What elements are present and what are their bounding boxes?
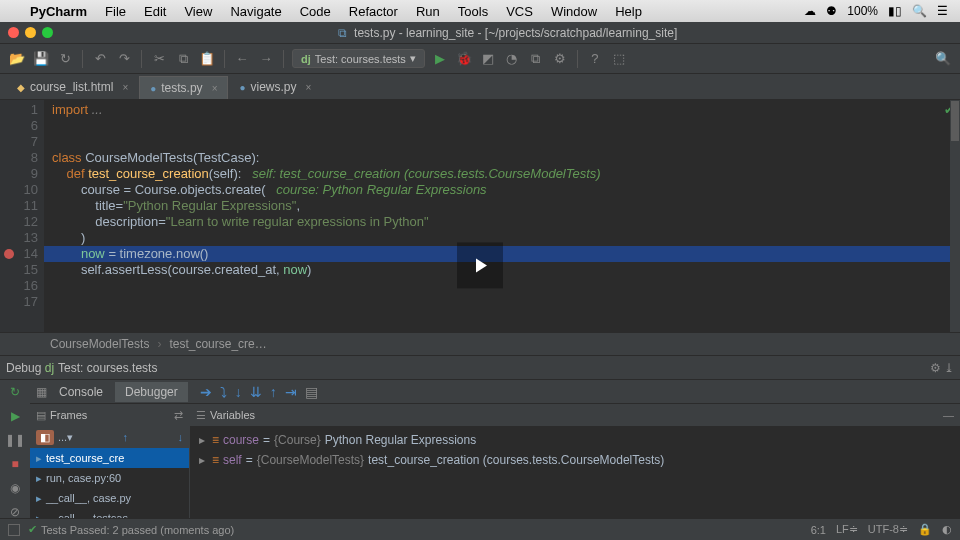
menu-vcs[interactable]: VCS xyxy=(506,4,533,19)
control-center-icon[interactable]: ☰ xyxy=(937,4,948,18)
menu-navigate[interactable]: Navigate xyxy=(230,4,281,19)
field-icon: ≡ xyxy=(212,453,219,467)
menu-tools[interactable]: Tools xyxy=(458,4,488,19)
frames-panel: ▤ Frames ⇄ ◧ ... ▾ ↑ ↓ ▸test_course_cre … xyxy=(30,404,190,536)
frame-item[interactable]: ▸__call__, case.py xyxy=(30,488,189,508)
paste-icon[interactable]: 📋 xyxy=(198,50,216,68)
search-everywhere-icon[interactable]: 🔍 xyxy=(934,50,952,68)
cut-icon[interactable]: ✂ xyxy=(150,50,168,68)
dj-icon: dj xyxy=(301,53,311,65)
editor-scrollbar[interactable] xyxy=(950,100,960,332)
run-to-cursor-icon[interactable]: ⇥ xyxy=(285,384,297,400)
back-icon[interactable]: ← xyxy=(233,50,251,68)
minimize-window-button[interactable] xyxy=(25,27,36,38)
menu-run[interactable]: Run xyxy=(416,4,440,19)
close-tab-icon[interactable]: × xyxy=(122,82,128,93)
layout-icon[interactable]: ▦ xyxy=(36,385,47,399)
resume-icon[interactable]: ▶ xyxy=(7,408,23,424)
cloud-icon: ☁ xyxy=(804,4,816,18)
breadcrumb-separator-icon: › xyxy=(157,337,161,351)
view-breakpoints-icon[interactable]: ◉ xyxy=(7,480,23,496)
debug-panel: ↻ ▶ ❚❚ ■ ◉ ⊘ ▦ Console Debugger ➔ ⤵ ↓ ⇊ … xyxy=(0,380,960,536)
frames-nav-icon[interactable]: ⇄ xyxy=(174,409,183,422)
cursor-position[interactable]: 6:1 xyxy=(811,524,826,536)
force-step-into-icon[interactable]: ⇊ xyxy=(250,384,262,400)
step-into-icon[interactable]: ↓ xyxy=(235,384,242,400)
rerun-icon[interactable]: ↻ xyxy=(7,384,23,400)
show-execution-point-icon[interactable]: ➔ xyxy=(200,384,212,400)
frame-item[interactable]: ▸run, case.py:60 xyxy=(30,468,189,488)
tests-passed-icon: ✔ xyxy=(28,523,37,536)
undo-icon[interactable]: ↶ xyxy=(91,50,109,68)
thread-selector[interactable]: ◧ ... ▾ ↑ ↓ xyxy=(30,426,189,448)
editor-gutter[interactable]: 1 6 7 8 9 10 11 12 13 14 15 16 17 xyxy=(0,100,44,332)
tab-views[interactable]: ● views.py × xyxy=(228,75,322,99)
toolwindow-toggle-icon[interactable] xyxy=(8,524,20,536)
stop-icon[interactable]: ■ xyxy=(7,456,23,472)
line-ending[interactable]: LF≑ xyxy=(836,523,858,536)
variable-row[interactable]: ▸ ≡ course = {Course} Python Regular Exp… xyxy=(196,430,954,450)
tab-tests[interactable]: ● tests.py × xyxy=(139,76,228,99)
forward-icon[interactable]: → xyxy=(257,50,275,68)
debug-toolwindow-header[interactable]: Debug dj Test: courses.tests ⚙ ⤓ xyxy=(0,356,960,380)
field-icon: ≡ xyxy=(212,433,219,447)
debug-button-icon[interactable]: 🐞 xyxy=(455,50,473,68)
tab-console[interactable]: Console xyxy=(49,382,113,402)
menu-refactor[interactable]: Refactor xyxy=(349,4,398,19)
search-icon[interactable]: 🔍 xyxy=(912,4,927,18)
menu-view[interactable]: View xyxy=(184,4,212,19)
gear-icon[interactable]: ⚙ ⤓ xyxy=(930,361,954,375)
app-name[interactable]: PyCharm xyxy=(30,4,87,19)
menu-window[interactable]: Window xyxy=(551,4,597,19)
close-window-button[interactable] xyxy=(8,27,19,38)
frame-item[interactable]: ▸test_course_cre xyxy=(30,448,189,468)
menu-edit[interactable]: Edit xyxy=(144,4,166,19)
tests-status[interactable]: Tests Passed: 2 passed (moments ago) xyxy=(41,524,234,536)
play-overlay-icon[interactable] xyxy=(457,242,503,288)
tab-debugger[interactable]: Debugger xyxy=(115,382,188,402)
profile-icon[interactable]: ◔ xyxy=(503,50,521,68)
code-editor[interactable]: 1 6 7 8 9 10 11 12 13 14 15 16 17 import… xyxy=(0,100,960,332)
frame-up-icon[interactable]: ↑ xyxy=(123,431,129,443)
attach-icon[interactable]: ⚙ xyxy=(551,50,569,68)
concurrency-icon[interactable]: ⧉ xyxy=(527,50,545,68)
close-tab-icon[interactable]: × xyxy=(306,82,312,93)
hector-icon[interactable]: ◐ xyxy=(942,523,952,536)
open-file-icon[interactable]: 📂 xyxy=(8,50,26,68)
frame-down-icon[interactable]: ↓ xyxy=(177,431,183,443)
variable-row[interactable]: ▸ ≡ self = {CourseModelTests} test_cours… xyxy=(196,450,954,470)
menu-code[interactable]: Code xyxy=(300,4,331,19)
save-icon[interactable]: 💾 xyxy=(32,50,50,68)
expand-icon[interactable]: ▸ xyxy=(196,453,208,467)
menu-file[interactable]: File xyxy=(105,4,126,19)
close-tab-icon[interactable]: × xyxy=(212,83,218,94)
code-area[interactable]: import ... class CourseModelTests(TestCa… xyxy=(44,100,960,332)
expand-icon[interactable]: ▸ xyxy=(196,433,208,447)
lock-icon[interactable]: 🔒 xyxy=(918,523,932,536)
copy-icon[interactable]: ⧉ xyxy=(174,50,192,68)
dj-icon: dj xyxy=(45,361,54,375)
encoding[interactable]: UTF-8≑ xyxy=(868,523,908,536)
evaluate-icon[interactable]: ▤ xyxy=(305,384,318,400)
editor-breadcrumb[interactable]: CourseModelTests › test_course_cre… xyxy=(0,332,960,356)
breadcrumb-method[interactable]: test_course_cre… xyxy=(169,337,266,351)
breadcrumb-class[interactable]: CourseModelTests xyxy=(50,337,149,351)
sync-icon[interactable]: ↻ xyxy=(56,50,74,68)
collapse-icon[interactable]: — xyxy=(943,409,954,421)
run-button-icon[interactable]: ▶ xyxy=(431,50,449,68)
variables-icon: ☰ xyxy=(196,409,206,422)
run-config-selector[interactable]: dj Test: courses.tests ▾ xyxy=(292,49,425,68)
redo-icon[interactable]: ↷ xyxy=(115,50,133,68)
pause-icon[interactable]: ❚❚ xyxy=(7,432,23,448)
maximize-window-button[interactable] xyxy=(42,27,53,38)
breakpoint-icon[interactable] xyxy=(4,249,14,259)
step-out-icon[interactable]: ↑ xyxy=(270,384,277,400)
help-icon[interactable]: ? xyxy=(586,50,604,68)
step-over-icon[interactable]: ⤵ xyxy=(220,384,227,400)
menu-help[interactable]: Help xyxy=(615,4,642,19)
coverage-icon[interactable]: ◩ xyxy=(479,50,497,68)
tab-course-list[interactable]: ◆ course_list.html × xyxy=(6,75,139,99)
python-file-icon: ● xyxy=(239,82,245,93)
debug-side-toolbar: ↻ ▶ ❚❚ ■ ◉ ⊘ xyxy=(0,380,30,536)
vcs-icon[interactable]: ⬚ xyxy=(610,50,628,68)
